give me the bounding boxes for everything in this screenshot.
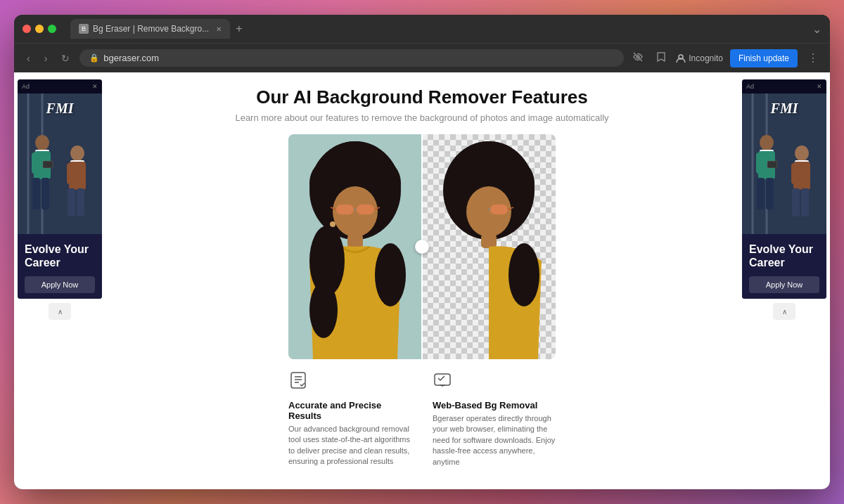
feature-2: Web-Based Bg Removal Bgeraser operates d… [433, 370, 556, 467]
ad-image-right: FMI [742, 93, 826, 234]
svg-rect-43 [481, 234, 497, 248]
svg-rect-16 [68, 188, 75, 217]
svg-rect-40 [490, 205, 508, 214]
maximize-window-button[interactable] [48, 25, 56, 33]
svg-rect-26 [336, 205, 354, 214]
ad-scroll-up-right[interactable]: ∧ [773, 303, 795, 320]
svg-rect-55 [756, 153, 762, 174]
nav-actions: Incognito Finish update ⋮ [629, 49, 821, 67]
ad-apply-btn-left[interactable]: Apply Now [25, 276, 95, 293]
tab-close-button[interactable]: ✕ [216, 25, 222, 33]
ad-close-left[interactable]: ✕ [92, 83, 98, 90]
features-row: Accurate and Precise Results Our advance… [288, 359, 556, 467]
right-ad-box: Ad ✕ [742, 79, 826, 299]
back-button[interactable]: ‹ [23, 50, 34, 67]
feature-1-icon [288, 370, 411, 394]
svg-rect-57 [767, 161, 777, 168]
bookmark-icon[interactable] [653, 49, 669, 67]
svg-point-50 [760, 135, 774, 150]
ad-top-bar-right: Ad ✕ [742, 79, 826, 93]
url-bar[interactable]: 🔒 bgeraser.com [79, 49, 624, 67]
svg-rect-61 [792, 188, 800, 217]
svg-rect-62 [801, 188, 809, 217]
svg-rect-18 [67, 163, 73, 184]
svg-rect-27 [357, 205, 374, 214]
before-person-svg [288, 134, 422, 359]
svg-point-13 [70, 146, 84, 161]
svg-rect-10 [32, 153, 38, 174]
url-text: bgeraser.com [103, 53, 159, 63]
after-person-svg [422, 134, 556, 359]
left-ad-box: Ad ✕ FMI [18, 79, 102, 299]
feature-1-desc: Our advanced background removal tool use… [288, 424, 411, 467]
ad-image-left: FMI [18, 93, 102, 234]
ad-text-right: Evolve Your Career Apply Now [742, 234, 826, 299]
svg-rect-53 [757, 178, 765, 209]
svg-rect-32 [347, 234, 363, 248]
ad-text-left: Evolve Your Career Apply Now [18, 234, 102, 299]
svg-point-31 [330, 221, 335, 227]
close-window-button[interactable] [23, 25, 31, 33]
svg-point-5 [35, 135, 49, 150]
after-side [422, 134, 556, 359]
feature-2-desc: Bgeraser operates directly through your … [433, 413, 556, 467]
svg-point-58 [795, 146, 809, 161]
svg-rect-17 [77, 188, 84, 217]
feature-1: Accurate and Precise Results Our advance… [288, 370, 411, 467]
svg-rect-46 [435, 374, 450, 385]
svg-rect-12 [43, 161, 53, 168]
browser-tab[interactable]: B Bg Eraser | Remove Backgro... ✕ [70, 19, 230, 39]
new-tab-button[interactable]: + [233, 22, 245, 35]
svg-rect-19 [78, 163, 84, 184]
svg-rect-45 [291, 373, 305, 388]
ad-headline-left: Evolve Your Career [25, 243, 95, 269]
feature-1-title: Accurate and Precise Results [288, 400, 411, 421]
svg-point-35 [309, 282, 338, 338]
ad-label-left: Ad [22, 83, 30, 90]
page-title: Our AI Background Remover Features [256, 86, 588, 108]
ad-apply-btn-right[interactable]: Apply Now [749, 276, 819, 293]
incognito-label: Incognito [689, 53, 723, 63]
page-inner: Ad ✕ FMI [14, 72, 830, 489]
page-subtitle: Learn more about our features to remove … [235, 112, 608, 123]
incognito-badge: Incognito [676, 53, 723, 63]
reload-button[interactable]: ↻ [57, 50, 74, 67]
traffic-lights [23, 25, 56, 33]
before-after-image [288, 134, 556, 359]
feature-2-icon [433, 370, 556, 394]
svg-point-34 [375, 243, 406, 306]
finish-update-button[interactable]: Finish update [730, 49, 798, 67]
ad-headline-right: Evolve Your Career [749, 243, 819, 269]
more-options-button[interactable]: ⋮ [805, 49, 821, 67]
ad-fmi-logo-right: FMI [771, 101, 798, 117]
ad-label-right: Ad [746, 83, 754, 90]
tab-favicon: B [79, 24, 89, 34]
feature-2-title: Web-Based Bg Removal [433, 400, 556, 411]
svg-rect-63 [791, 163, 798, 184]
tab-bar: B Bg Eraser | Remove Backgro... ✕ + [70, 19, 807, 39]
tab-title: Bg Eraser | Remove Backgro... [93, 24, 209, 34]
before-side [288, 134, 422, 359]
svg-rect-64 [803, 163, 809, 184]
ad-close-right[interactable]: ✕ [817, 83, 822, 90]
eye-slash-icon[interactable] [629, 49, 646, 67]
ad-scroll-up-left[interactable]: ∧ [49, 303, 71, 320]
left-ad-panel: Ad ✕ FMI [14, 72, 106, 489]
right-ad-panel: Ad ✕ [738, 72, 830, 489]
main-content: Our AI Background Remover Features Learn… [106, 72, 738, 489]
page-content: Ad ✕ FMI [14, 72, 830, 489]
svg-rect-8 [32, 178, 40, 209]
ad-fmi-logo-left: FMI [46, 101, 74, 117]
svg-point-44 [509, 243, 539, 306]
nav-bar: ‹ › ↻ 🔒 bgeraser.com [14, 43, 830, 72]
before-after-handle[interactable] [415, 240, 429, 254]
browser-window: B Bg Eraser | Remove Backgro... ✕ + ⌄ ‹ … [14, 15, 830, 489]
minimize-window-button[interactable] [35, 25, 44, 33]
window-collapse-button[interactable]: ⌄ [812, 22, 821, 36]
title-bar: B Bg Eraser | Remove Backgro... ✕ + ⌄ [14, 15, 830, 43]
svg-rect-54 [766, 178, 774, 209]
svg-rect-9 [41, 178, 49, 209]
ad-top-bar-left: Ad ✕ [18, 79, 102, 93]
forward-button[interactable]: › [40, 50, 52, 67]
